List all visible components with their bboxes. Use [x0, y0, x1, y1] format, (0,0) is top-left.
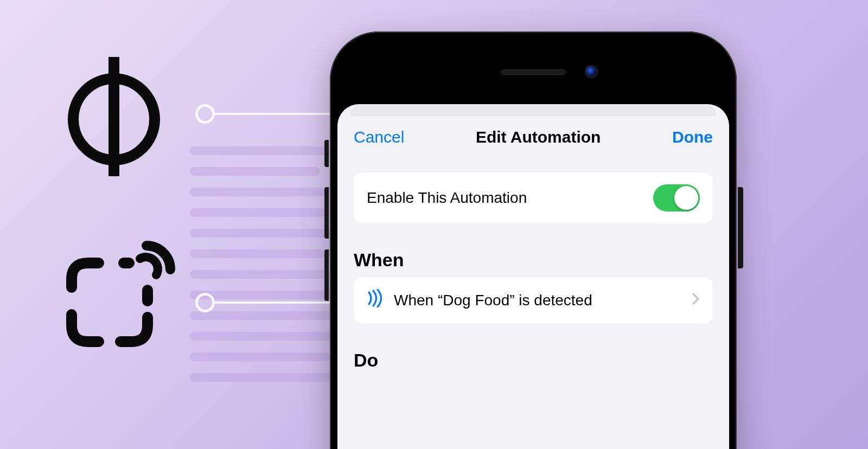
- connector-node-icon: [195, 104, 215, 124]
- nfc-wave-icon: [367, 289, 383, 312]
- nav-bar: Cancel Edit Automation Done: [354, 116, 713, 156]
- chevron-right-icon: [692, 293, 700, 308]
- nfc-tag-icon: [60, 236, 179, 352]
- connector-node-icon: [195, 293, 215, 312]
- nav-title: Edit Automation: [476, 128, 601, 146]
- phone-speaker: [501, 69, 565, 75]
- power-button: [738, 187, 743, 268]
- mute-switch: [324, 140, 329, 167]
- phone-camera: [585, 65, 598, 78]
- when-trigger-row[interactable]: When “Dog Food” is detected: [354, 277, 713, 324]
- modal-sheet: Cancel Edit Automation Done Enable This …: [337, 116, 729, 449]
- enable-automation-label: Enable This Automation: [367, 189, 527, 207]
- enable-automation-row: Enable This Automation: [354, 172, 713, 223]
- cancel-button[interactable]: Cancel: [354, 128, 404, 146]
- phone-frame: Cancel Edit Automation Done Enable This …: [330, 31, 737, 449]
- connector-line: [215, 113, 342, 115]
- enable-automation-toggle[interactable]: [653, 184, 700, 211]
- phone-screen: Cancel Edit Automation Done Enable This …: [337, 104, 729, 449]
- do-section-header: Do: [354, 350, 713, 371]
- svg-rect-1: [108, 57, 119, 176]
- done-button[interactable]: Done: [672, 128, 713, 146]
- volume-up-button: [324, 187, 329, 239]
- connector-line: [215, 302, 342, 304]
- toggle-knob: [674, 186, 698, 210]
- when-trigger-text: When “Dog Food” is detected: [394, 292, 681, 309]
- volume-down-button: [324, 249, 329, 301]
- phi-icon: [60, 57, 168, 178]
- when-section-header: When: [354, 249, 713, 271]
